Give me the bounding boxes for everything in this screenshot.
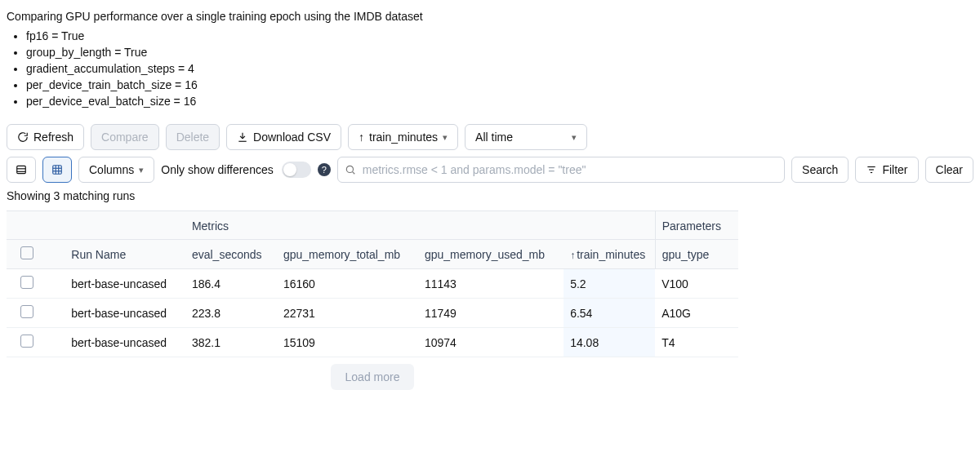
sort-column-button[interactable]: ↑ train_minutes ▾ <box>348 124 458 150</box>
param-item: per_device_train_batch_size = 16 <box>26 78 973 91</box>
table-row[interactable]: bert-base-uncased 382.1 15109 10974 14.0… <box>7 328 738 357</box>
param-item: fp16 = True <box>26 29 973 42</box>
cell-gpu-memory-total: 22731 <box>277 299 418 328</box>
col-eval-seconds[interactable]: eval_seconds <box>185 240 277 269</box>
refresh-button[interactable]: Refresh <box>7 124 84 150</box>
runs-table: Metrics Parameters Run Name eval_seconds… <box>7 210 738 357</box>
svg-point-8 <box>346 166 353 172</box>
download-csv-button[interactable]: Download CSV <box>226 124 341 150</box>
chevron-down-icon: ▾ <box>443 132 448 143</box>
columns-label: Columns <box>89 163 134 176</box>
col-run-name[interactable]: Run Name <box>65 240 185 269</box>
svg-rect-0 <box>17 166 26 173</box>
clear-label: Clear <box>936 163 963 176</box>
chevron-down-icon: ▾ <box>572 132 577 143</box>
refresh-label: Refresh <box>33 131 74 144</box>
cell-gpu-type: V100 <box>655 269 738 299</box>
time-range-label: All time <box>475 131 513 144</box>
param-item: gradient_accumulation_steps = 4 <box>26 62 973 75</box>
svg-line-9 <box>352 172 354 175</box>
list-view-icon <box>16 164 27 175</box>
grid-view-icon <box>51 164 63 175</box>
cell-gpu-memory-used: 11143 <box>418 269 564 299</box>
clear-button[interactable]: Clear <box>925 157 973 183</box>
search-label: Search <box>802 163 838 176</box>
training-params-list: fp16 = True group_by_length = True gradi… <box>26 29 973 108</box>
filter-icon <box>866 164 877 175</box>
refresh-icon <box>17 131 29 143</box>
chevron-down-icon: ▾ <box>139 165 144 175</box>
page-title: Comparing GPU performance over a single … <box>7 10 973 23</box>
cell-gpu-memory-used: 10974 <box>418 328 564 357</box>
select-all-checkbox[interactable] <box>20 246 33 259</box>
help-icon[interactable]: ? <box>318 163 331 176</box>
cell-eval-seconds: 186.4 <box>185 269 277 299</box>
search-icon <box>345 164 356 175</box>
col-gpu-memory-total[interactable]: gpu_memory_total_mb <box>277 240 418 269</box>
cell-gpu-type: T4 <box>655 328 738 357</box>
columns-button[interactable]: Columns ▾ <box>78 157 154 183</box>
cell-eval-seconds: 223.8 <box>185 299 277 328</box>
runs-toolbar: Refresh Compare Delete Download CSV ↑ tr… <box>7 124 973 150</box>
sort-column-label: train_minutes <box>369 131 438 144</box>
cell-train-minutes: 5.2 <box>564 269 655 299</box>
showing-runs-text: Showing 3 matching runs <box>7 189 973 202</box>
compare-label: Compare <box>101 131 149 144</box>
arrow-up-icon: ↑ <box>359 131 364 144</box>
cell-run-name: bert-base-uncased <box>65 328 185 357</box>
download-csv-label: Download CSV <box>253 131 331 144</box>
cell-gpu-memory-used: 11749 <box>418 299 564 328</box>
search-button[interactable]: Search <box>791 157 849 183</box>
sort-asc-icon: ↑ <box>570 250 575 261</box>
cell-gpu-memory-total: 16160 <box>277 269 418 299</box>
only-show-differences-label: Only show differences <box>161 163 273 176</box>
delete-button[interactable]: Delete <box>166 124 220 150</box>
row-checkbox[interactable] <box>20 276 33 289</box>
cell-eval-seconds: 382.1 <box>185 328 277 357</box>
table-row[interactable]: bert-base-uncased 223.8 22731 11749 6.54… <box>7 299 738 328</box>
cell-train-minutes: 6.54 <box>564 299 655 328</box>
load-more-button[interactable]: Load more <box>331 364 415 390</box>
view-list-button[interactable] <box>7 157 36 183</box>
table-row[interactable]: bert-base-uncased 186.4 16160 11143 5.2 … <box>7 269 738 299</box>
col-gpu-type[interactable]: gpu_type <box>655 240 738 269</box>
only-show-differences-toggle[interactable] <box>282 162 311 178</box>
filter-button[interactable]: Filter <box>855 157 918 183</box>
group-header-parameters: Parameters <box>655 211 738 240</box>
runs-secondary-toolbar: Columns ▾ Only show differences ? Search… <box>7 157 973 183</box>
row-checkbox[interactable] <box>20 335 33 348</box>
col-gpu-memory-used[interactable]: gpu_memory_used_mb <box>418 240 564 269</box>
cell-run-name: bert-base-uncased <box>65 299 185 328</box>
query-search-box[interactable] <box>337 157 785 183</box>
filter-label: Filter <box>882 163 907 176</box>
group-header-metrics: Metrics <box>185 211 655 240</box>
query-search-input[interactable] <box>361 162 777 177</box>
time-range-button[interactable]: All time ▾ <box>465 124 587 150</box>
param-item: per_device_eval_batch_size = 16 <box>26 95 973 108</box>
svg-rect-3 <box>53 166 62 175</box>
view-grid-button[interactable] <box>42 157 72 183</box>
delete-label: Delete <box>176 131 209 144</box>
compare-button[interactable]: Compare <box>91 124 159 150</box>
cell-run-name: bert-base-uncased <box>65 269 185 299</box>
row-checkbox[interactable] <box>20 305 33 318</box>
param-item: group_by_length = True <box>26 46 973 59</box>
col-train-minutes[interactable]: ↑train_minutes <box>564 240 655 269</box>
cell-gpu-memory-total: 15109 <box>277 328 418 357</box>
cell-train-minutes: 14.08 <box>564 328 655 357</box>
cell-gpu-type: A10G <box>655 299 738 328</box>
download-icon <box>237 131 248 143</box>
